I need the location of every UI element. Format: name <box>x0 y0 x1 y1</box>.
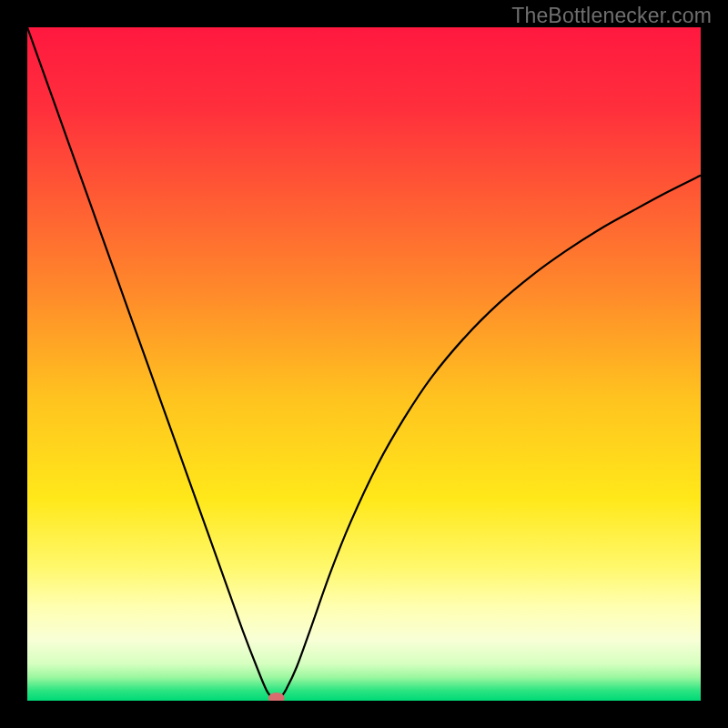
watermark-text: TheBottlenecker.com <box>511 4 712 28</box>
bottleneck-chart <box>27 27 701 701</box>
gradient-background <box>27 27 701 701</box>
plot-area <box>27 27 701 701</box>
chart-frame: TheBottlenecker.com <box>0 0 728 728</box>
